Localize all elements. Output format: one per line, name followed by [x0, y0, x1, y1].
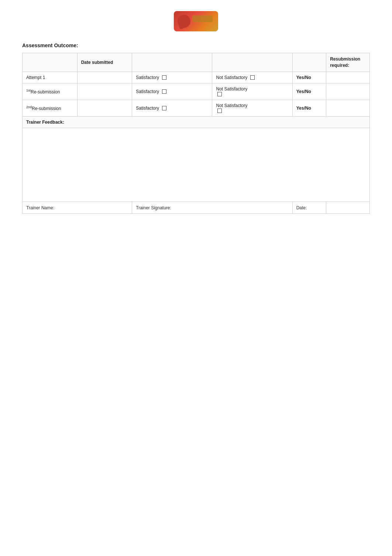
attempt-2-satisfactory: Satisfactory: [132, 83, 212, 100]
attempt-3-label: 2ndRe-submission: [23, 100, 78, 116]
attempt-2-label: 1stRe-submission: [23, 83, 78, 100]
table-row: 2ndRe-submission Satisfactory Not Satisf…: [23, 100, 370, 116]
attempt-1-date: [77, 72, 132, 83]
table-header-row: Date submitted Resubmission required:: [23, 53, 370, 72]
trainer-name-cell: Trainer Name:: [23, 202, 132, 213]
trainer-feedback-content-row: [23, 128, 370, 202]
organization-logo: [174, 11, 218, 31]
attempt-3-not-satisfactory: Not Satisfactory: [212, 100, 292, 116]
not-satisfactory-checkbox-1[interactable]: [250, 75, 255, 80]
attempt-2-date: [77, 83, 132, 100]
header-date-cell: Date submitted: [77, 53, 132, 72]
trainer-feedback-header-row: Trainer Feedback:: [23, 116, 370, 128]
attempt-3-resubmission: [326, 100, 370, 116]
logo-container: [22, 11, 370, 31]
satisfactory-checkbox-2[interactable]: [162, 89, 166, 94]
section-title: Assessment Outcome:: [22, 42, 370, 48]
not-satisfactory-checkbox-3[interactable]: [217, 109, 222, 113]
header-attempt-cell: [23, 53, 78, 72]
trainer-date-value-cell[interactable]: [326, 202, 370, 213]
attempt-2-resubmission: [326, 83, 370, 100]
header-satisfactory-cell: [132, 53, 212, 72]
attempt-3-satisfactory: Satisfactory: [132, 100, 212, 116]
trainer-info-row: Trainer Name: Trainer Signature: Date:: [23, 202, 370, 213]
attempt-2-yes-no: Yes/No: [292, 83, 326, 100]
attempt-2-not-satisfactory: Not Satisfactory: [212, 83, 292, 100]
attempt-1-yes-no: Yes/No: [292, 72, 326, 83]
table-row: 1stRe-submission Satisfactory Not Satisf…: [23, 83, 370, 100]
not-satisfactory-checkbox-2[interactable]: [217, 92, 222, 96]
attempt-3-date: [77, 100, 132, 116]
satisfactory-checkbox-3[interactable]: [162, 106, 166, 110]
trainer-signature-label: Trainer Signature:: [136, 205, 171, 210]
satisfactory-checkbox-1[interactable]: [162, 75, 166, 80]
table-row: Attempt 1 Satisfactory Not Satisfactory …: [23, 72, 370, 83]
trainer-feedback-content[interactable]: [23, 128, 370, 202]
attempt-1-label: Attempt 1: [23, 72, 78, 83]
trainer-date-cell: Date:: [292, 202, 326, 213]
attempt-1-resubmission: [326, 72, 370, 83]
attempt-1-satisfactory: Satisfactory: [132, 72, 212, 83]
trainer-date-label: Date:: [296, 205, 307, 210]
trainer-signature-cell: Trainer Signature:: [132, 202, 292, 213]
trainer-name-label: Trainer Name:: [26, 205, 54, 210]
assessment-table: Date submitted Resubmission required: At…: [22, 53, 370, 214]
header-resubmission-cell: Resubmission required:: [326, 53, 370, 72]
attempt-3-yes-no: Yes/No: [292, 100, 326, 116]
header-yes-no-cell: [292, 53, 326, 72]
trainer-feedback-label: Trainer Feedback:: [23, 116, 370, 128]
header-not-satisfactory-cell: [212, 53, 292, 72]
attempt-1-not-satisfactory: Not Satisfactory: [212, 72, 292, 83]
